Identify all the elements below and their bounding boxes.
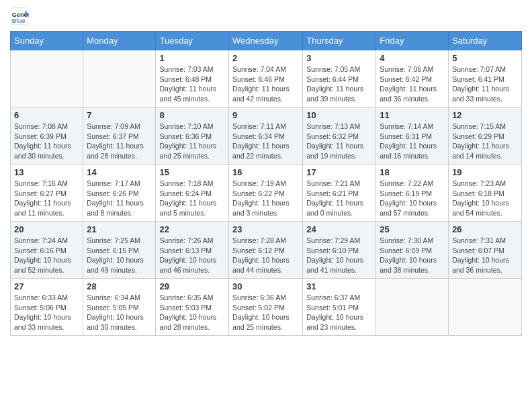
day-cell: 3Sunrise: 7:05 AM Sunset: 6:44 PM Daylig… (303, 50, 376, 107)
calendar-table: SundayMondayTuesdayWednesdayThursdayFrid… (10, 31, 522, 336)
day-cell: 17Sunrise: 7:21 AM Sunset: 6:21 PM Dayli… (303, 165, 376, 222)
day-number: 9 (232, 110, 299, 120)
day-cell: 5Sunrise: 7:07 AM Sunset: 6:41 PM Daylig… (449, 50, 522, 107)
week-row-2: 6Sunrise: 7:08 AM Sunset: 6:39 PM Daylig… (11, 107, 522, 165)
day-number: 27 (14, 281, 79, 291)
day-number: 31 (306, 281, 372, 291)
day-cell: 20Sunrise: 7:24 AM Sunset: 6:16 PM Dayli… (11, 222, 83, 279)
weekday-header-friday: Friday (376, 32, 449, 50)
day-cell: 10Sunrise: 7:13 AM Sunset: 6:32 PM Dayli… (303, 107, 376, 165)
day-info: Sunrise: 7:18 AM Sunset: 6:24 PM Dayligh… (159, 179, 225, 218)
day-number: 5 (452, 53, 518, 63)
day-cell: 23Sunrise: 7:28 AM Sunset: 6:12 PM Dayli… (229, 222, 303, 279)
day-info: Sunrise: 6:37 AM Sunset: 5:01 PM Dayligh… (306, 293, 372, 332)
day-info: Sunrise: 7:25 AM Sunset: 6:15 PM Dayligh… (87, 236, 152, 275)
day-number: 11 (380, 110, 445, 120)
logo-icon: General Blue (10, 7, 29, 26)
day-info: Sunrise: 7:30 AM Sunset: 6:09 PM Dayligh… (380, 236, 445, 275)
day-info: Sunrise: 7:07 AM Sunset: 6:41 PM Dayligh… (452, 64, 518, 104)
weekday-header-row: SundayMondayTuesdayWednesdayThursdayFrid… (11, 32, 522, 50)
day-info: Sunrise: 6:35 AM Sunset: 5:03 PM Dayligh… (159, 293, 225, 332)
day-cell: 7Sunrise: 7:09 AM Sunset: 6:37 PM Daylig… (83, 107, 156, 165)
weekday-header-tuesday: Tuesday (156, 32, 229, 50)
day-number: 10 (306, 110, 372, 120)
day-info: Sunrise: 7:06 AM Sunset: 6:42 PM Dayligh… (380, 64, 445, 104)
day-info: Sunrise: 7:19 AM Sunset: 6:22 PM Dayligh… (232, 179, 299, 218)
day-cell: 21Sunrise: 7:25 AM Sunset: 6:15 PM Dayli… (83, 222, 156, 279)
day-cell: 27Sunrise: 6:33 AM Sunset: 5:06 PM Dayli… (11, 279, 83, 336)
day-number: 30 (232, 281, 299, 291)
day-info: Sunrise: 7:14 AM Sunset: 6:31 PM Dayligh… (380, 122, 445, 161)
weekday-header-wednesday: Wednesday (229, 32, 303, 50)
day-info: Sunrise: 7:17 AM Sunset: 6:26 PM Dayligh… (87, 179, 152, 218)
day-number: 6 (14, 110, 79, 120)
day-number: 8 (159, 110, 225, 120)
day-info: Sunrise: 7:31 AM Sunset: 6:07 PM Dayligh… (452, 236, 518, 275)
day-info: Sunrise: 7:22 AM Sunset: 6:19 PM Dayligh… (380, 179, 445, 218)
day-number: 29 (159, 281, 225, 291)
day-number: 28 (87, 281, 152, 291)
day-number: 1 (159, 53, 225, 63)
day-number: 20 (14, 224, 79, 234)
day-number: 21 (87, 224, 152, 234)
weekday-header-thursday: Thursday (303, 32, 376, 50)
day-cell: 18Sunrise: 7:22 AM Sunset: 6:19 PM Dayli… (376, 165, 449, 222)
day-info: Sunrise: 7:21 AM Sunset: 6:21 PM Dayligh… (306, 179, 372, 218)
day-number: 26 (452, 224, 518, 234)
week-row-4: 20Sunrise: 7:24 AM Sunset: 6:16 PM Dayli… (11, 222, 522, 279)
day-cell: 6Sunrise: 7:08 AM Sunset: 6:39 PM Daylig… (11, 107, 83, 165)
day-cell (83, 50, 156, 107)
day-cell: 16Sunrise: 7:19 AM Sunset: 6:22 PM Dayli… (229, 165, 303, 222)
day-number: 15 (159, 167, 225, 177)
day-number: 17 (306, 167, 372, 177)
day-cell: 25Sunrise: 7:30 AM Sunset: 6:09 PM Dayli… (376, 222, 449, 279)
day-cell: 2Sunrise: 7:04 AM Sunset: 6:46 PM Daylig… (229, 50, 303, 107)
day-cell (449, 279, 522, 336)
day-info: Sunrise: 7:24 AM Sunset: 6:16 PM Dayligh… (14, 236, 79, 275)
week-row-5: 27Sunrise: 6:33 AM Sunset: 5:06 PM Dayli… (11, 279, 522, 336)
day-info: Sunrise: 6:36 AM Sunset: 5:02 PM Dayligh… (232, 293, 299, 332)
day-number: 23 (232, 224, 299, 234)
weekday-header-saturday: Saturday (449, 32, 522, 50)
day-number: 19 (452, 167, 518, 177)
day-cell: 22Sunrise: 7:26 AM Sunset: 6:13 PM Dayli… (156, 222, 229, 279)
day-number: 18 (380, 167, 445, 177)
day-number: 25 (380, 224, 445, 234)
day-info: Sunrise: 7:15 AM Sunset: 6:29 PM Dayligh… (452, 122, 518, 161)
day-number: 22 (159, 224, 225, 234)
day-number: 16 (232, 167, 299, 177)
day-number: 3 (306, 53, 372, 63)
day-info: Sunrise: 7:09 AM Sunset: 6:37 PM Dayligh… (87, 122, 152, 161)
day-info: Sunrise: 7:03 AM Sunset: 6:48 PM Dayligh… (159, 64, 225, 104)
week-row-3: 13Sunrise: 7:16 AM Sunset: 6:27 PM Dayli… (11, 165, 522, 222)
day-cell: 9Sunrise: 7:11 AM Sunset: 6:34 PM Daylig… (229, 107, 303, 165)
day-info: Sunrise: 7:23 AM Sunset: 6:18 PM Dayligh… (452, 179, 518, 218)
day-number: 13 (14, 167, 79, 177)
week-row-1: 1Sunrise: 7:03 AM Sunset: 6:48 PM Daylig… (11, 50, 522, 107)
day-info: Sunrise: 7:28 AM Sunset: 6:12 PM Dayligh… (232, 236, 299, 275)
day-cell: 4Sunrise: 7:06 AM Sunset: 6:42 PM Daylig… (376, 50, 449, 107)
day-cell (11, 50, 83, 107)
page: General Blue SundayMondayTuesdayWednesda… (0, 0, 532, 411)
day-cell: 28Sunrise: 6:34 AM Sunset: 5:05 PM Dayli… (83, 279, 156, 336)
day-number: 7 (87, 110, 152, 120)
day-info: Sunrise: 6:33 AM Sunset: 5:06 PM Dayligh… (14, 293, 79, 332)
logo: General Blue (10, 7, 30, 26)
day-cell: 1Sunrise: 7:03 AM Sunset: 6:48 PM Daylig… (156, 50, 229, 107)
day-number: 4 (380, 53, 445, 63)
day-info: Sunrise: 7:11 AM Sunset: 6:34 PM Dayligh… (232, 122, 299, 161)
day-info: Sunrise: 7:10 AM Sunset: 6:36 PM Dayligh… (159, 122, 225, 161)
day-number: 14 (87, 167, 152, 177)
day-info: Sunrise: 7:16 AM Sunset: 6:27 PM Dayligh… (14, 179, 79, 218)
weekday-header-sunday: Sunday (11, 32, 83, 50)
day-info: Sunrise: 7:05 AM Sunset: 6:44 PM Dayligh… (306, 64, 372, 104)
day-cell: 24Sunrise: 7:29 AM Sunset: 6:10 PM Dayli… (303, 222, 376, 279)
day-cell: 30Sunrise: 6:36 AM Sunset: 5:02 PM Dayli… (229, 279, 303, 336)
day-cell: 15Sunrise: 7:18 AM Sunset: 6:24 PM Dayli… (156, 165, 229, 222)
day-cell: 31Sunrise: 6:37 AM Sunset: 5:01 PM Dayli… (303, 279, 376, 336)
day-cell: 26Sunrise: 7:31 AM Sunset: 6:07 PM Dayli… (449, 222, 522, 279)
day-info: Sunrise: 7:13 AM Sunset: 6:32 PM Dayligh… (306, 122, 372, 161)
header: General Blue (10, 7, 522, 26)
day-info: Sunrise: 6:34 AM Sunset: 5:05 PM Dayligh… (87, 293, 152, 332)
day-info: Sunrise: 7:29 AM Sunset: 6:10 PM Dayligh… (306, 236, 372, 275)
